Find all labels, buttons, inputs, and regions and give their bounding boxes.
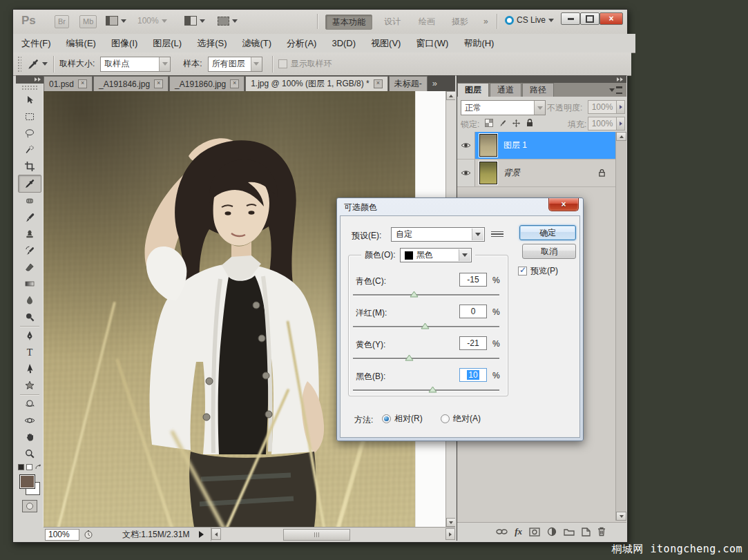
tool-dodge[interactable] [19,309,41,325]
tool-zoom[interactable] [19,445,41,462]
visibility-toggle[interactable] [457,160,475,186]
doc-tab-a191846[interactable]: _A191846.jpg × [93,76,169,91]
tab-layers[interactable]: 图层 [457,83,489,97]
arrange-documents-button[interactable] [184,16,205,26]
lock-position-icon[interactable] [512,119,521,128]
lock-paint-icon[interactable] [498,119,507,128]
drag-handle[interactable] [21,85,38,90]
tool-path-select[interactable] [19,360,41,377]
black-slider-track[interactable] [353,389,499,391]
tool-clone-stamp[interactable] [19,226,41,242]
tool-3d-rotate[interactable] [19,396,41,412]
minimize-button[interactable] [561,12,580,25]
status-zoom-field[interactable]: 100% [45,529,79,541]
menu-view[interactable]: 视图(V) [371,37,401,50]
fill-value[interactable]: 100% [588,117,617,131]
doc-tab-untitled[interactable]: 未标题- [389,76,428,91]
cyan-value-field[interactable]: -15 [459,273,487,287]
layer-row-layer1[interactable]: 图层 1 [457,132,615,160]
screen-mode-button[interactable] [218,16,238,26]
color-select[interactable]: 黑色 [400,248,472,262]
menu-filter[interactable]: 滤镜(T) [242,37,271,50]
tool-type[interactable]: T [19,344,41,360]
black-value-field[interactable]: 10 [459,368,487,382]
menu-window[interactable]: 窗口(W) [416,37,448,50]
visibility-toggle[interactable] [457,132,475,159]
bridge-button[interactable]: Br [55,15,69,28]
layer-style-icon[interactable]: fx [515,526,522,537]
tab-paths[interactable]: 路径 [522,83,554,97]
magenta-slider-thumb[interactable] [421,322,430,329]
view-extras-button[interactable] [106,16,126,26]
doc-tab-a191860[interactable]: _A191860.jpg × [169,76,244,91]
workspace-tab-photography[interactable]: 摄影 [445,15,474,28]
menu-3d[interactable]: 3D(D) [332,38,356,48]
workspace-tab-essentials[interactable]: 基本功能 [325,15,372,30]
lock-transparency-icon[interactable] [485,119,493,127]
menu-file[interactable]: 文件(F) [21,37,51,50]
method-absolute-radio[interactable]: 绝对(A) [441,413,481,425]
doc-tab-01psd[interactable]: 01.psd × [44,76,93,91]
tool-move[interactable] [19,92,41,108]
layer-row-background[interactable]: 背景 [457,160,615,187]
canvas-horizontal-scrollbar[interactable] [211,528,455,541]
tool-eraser[interactable] [19,259,41,276]
current-tool-button[interactable] [27,58,48,70]
drag-handle[interactable] [17,56,21,73]
sample-size-select[interactable]: 取样点 [100,57,171,72]
cancel-button[interactable]: 取消 [522,244,576,259]
tool-3d-orbit[interactable] [19,412,41,429]
panel-menu-button[interactable] [609,86,622,94]
tool-eyedropper[interactable] [18,175,41,193]
zoom-level-button[interactable]: 100% [137,16,167,26]
preview-checkbox[interactable]: 预览(P) [518,265,558,277]
layer-thumbnail[interactable] [479,134,497,157]
scroll-up-button[interactable] [446,91,455,100]
tool-marquee[interactable] [19,108,41,125]
scroll-up-button[interactable] [616,132,626,141]
tool-brush[interactable] [19,209,41,226]
workspace-tab-painting[interactable]: 绘画 [412,15,441,28]
preset-select[interactable]: 自定 [391,227,485,242]
tool-spot-heal[interactable] [19,193,41,209]
close-icon[interactable]: × [374,79,383,88]
add-mask-icon[interactable] [529,528,540,537]
panel-vertical-scrollbar[interactable] [615,132,626,521]
ok-button[interactable]: 确定 [519,225,576,240]
adjustment-layer-icon[interactable] [547,527,557,537]
cyan-slider-thumb[interactable] [410,291,419,298]
cs-live-button[interactable]: CS Live [505,15,554,25]
scroll-left-button[interactable] [211,528,221,540]
yellow-slider-thumb[interactable] [405,354,414,361]
layer-thumbnail[interactable] [479,162,497,184]
opacity-slider-button[interactable] [616,100,625,114]
menu-help[interactable]: 帮助(H) [463,37,494,50]
restore-button[interactable] [580,12,600,25]
close-icon[interactable]: × [78,79,87,88]
close-icon[interactable]: × [154,79,163,88]
scroll-down-button[interactable] [616,512,626,521]
show-sampling-ring-checkbox[interactable]: 显示取样环 [278,58,332,70]
tool-custom-shape[interactable] [19,377,41,394]
tool-gradient[interactable] [19,276,41,292]
yellow-slider-track[interactable] [353,358,499,359]
method-relative-radio[interactable]: 相对(R) [382,413,423,425]
menu-select[interactable]: 选择(S) [197,37,227,50]
tab-overflow-chevron[interactable]: » [432,78,437,88]
status-expand-icon[interactable] [199,531,204,538]
magenta-value-field[interactable]: 0 [459,305,487,318]
fill-slider-button[interactable] [616,117,625,131]
delete-layer-icon[interactable] [597,527,606,537]
quick-mask-button[interactable] [22,500,37,512]
swap-colors-button[interactable] [16,464,44,471]
tool-blur[interactable] [19,292,41,309]
dialog-close-button[interactable]: × [548,198,579,211]
cyan-slider-track[interactable] [353,294,499,296]
menu-layer[interactable]: 图层(L) [153,37,182,50]
tool-pen[interactable] [19,327,41,344]
foreground-color-swatch[interactable] [19,474,35,489]
scroll-down-button[interactable] [446,518,455,527]
link-layers-icon[interactable] [496,528,508,535]
black-slider-thumb[interactable] [428,386,437,393]
tool-lasso[interactable] [19,125,41,142]
